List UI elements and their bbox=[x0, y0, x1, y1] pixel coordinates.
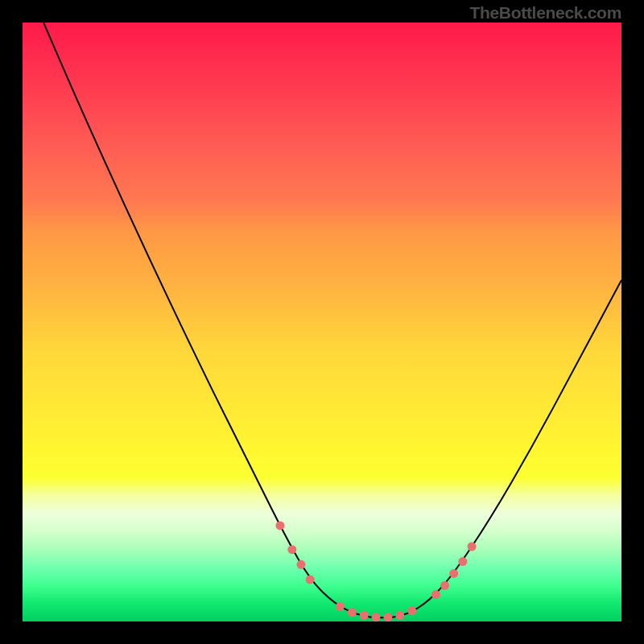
chart-container: TheBottleneck.com bbox=[0, 0, 644, 644]
curve-svg bbox=[0, 0, 644, 644]
data-dot bbox=[440, 581, 449, 590]
data-dot bbox=[360, 611, 369, 620]
data-dot bbox=[296, 560, 305, 569]
data-dot bbox=[275, 521, 284, 530]
data-dot bbox=[336, 602, 345, 611]
data-dot bbox=[348, 608, 357, 617]
data-dot bbox=[306, 575, 315, 584]
data-dot bbox=[395, 611, 404, 620]
data-dot bbox=[458, 557, 467, 566]
data-dot bbox=[431, 590, 440, 599]
data-dot bbox=[287, 545, 296, 554]
bottleneck-curve bbox=[43, 23, 621, 617]
data-dot bbox=[449, 569, 458, 578]
data-dot bbox=[371, 613, 380, 621]
data-dot bbox=[468, 543, 477, 551]
data-dot bbox=[383, 613, 392, 621]
data-dot bbox=[407, 606, 416, 615]
